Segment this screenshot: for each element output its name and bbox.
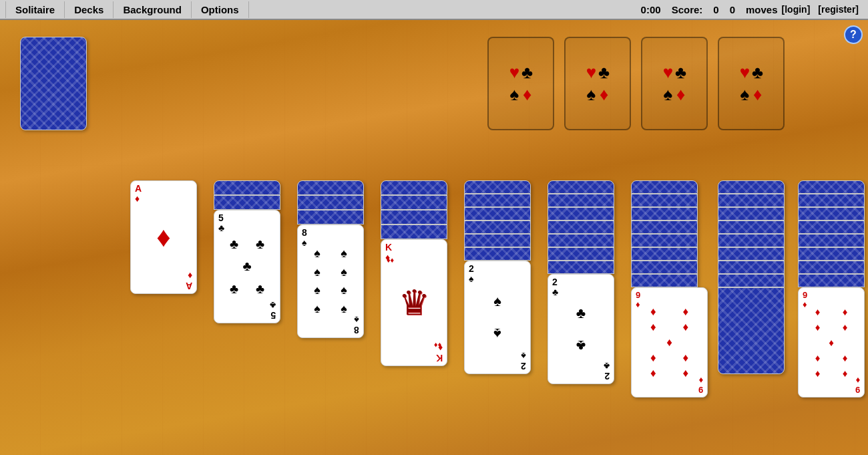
tableau-col8-back-3: [718, 207, 785, 220]
card-9-diamonds[interactable]: 9♦ 9♦ ♦ ♦ ♦ ♦ ♦ ♦ ♦ ♦ ♦: [631, 287, 708, 398]
club-pip-2: ♣: [256, 237, 264, 252]
card-rank-tl: 2♣: [552, 277, 558, 298]
tableau-col9-back-2: [798, 194, 865, 207]
tableau-col7-back-7: [631, 261, 698, 274]
card-rank-br: A♦: [186, 270, 192, 291]
tableau-col7-back-4: [631, 220, 698, 234]
king-figure: ♛: [399, 283, 430, 322]
tableau-col8-back-7: [718, 261, 785, 274]
foundation-slot-4[interactable]: ♥ ♣ ♠ ♦: [718, 37, 785, 130]
spade-pip-7: ♠: [314, 302, 320, 316]
spade-pip-5: ♠: [314, 283, 320, 297]
score-value: 0: [713, 4, 718, 15]
spade-pip-top: ♠: [493, 293, 501, 310]
menu-background[interactable]: Background: [114, 1, 192, 18]
tableau-col6-back-5: [548, 234, 614, 247]
tableau-col6-back-6: [548, 247, 614, 261]
game-board: Solitaire Decks Background Options 0:00 …: [0, 0, 868, 455]
tableau-col9-back-6: [798, 247, 865, 261]
diamond-pip-7: ♦: [682, 351, 688, 365]
foundation-slot-2[interactable]: ♥ ♣ ♠ ♦: [564, 37, 631, 130]
col9-diamond-pip-1: ♦: [815, 306, 821, 317]
club-pip-bottom: ♣: [576, 337, 586, 354]
foundation-slot-3[interactable]: ♥ ♣ ♠ ♦: [641, 37, 708, 130]
spade-icon-2: ♠: [586, 84, 597, 105]
tableau-col6-back-4: [548, 220, 614, 234]
club-pip-top: ♣: [576, 305, 586, 322]
menu-bar: Solitaire Decks Background Options 0:00 …: [0, 0, 868, 20]
foundation-suit-display-4: ♥ ♣ ♠ ♦: [739, 62, 763, 105]
tableau-col4-back-3: [381, 210, 447, 224]
diamond-icon-4: ♦: [752, 84, 763, 105]
tableau-col3-back-3: [297, 210, 364, 224]
heart-icon-3: ♥: [662, 62, 674, 83]
tableau-col9-back-7: [798, 261, 865, 274]
spade-pip-4: ♠: [341, 265, 347, 279]
tableau-col6-back-3: [548, 207, 614, 220]
heart-icon-4: ♥: [739, 62, 750, 83]
tableau-col6-back-7: [548, 261, 614, 274]
menu-solitaire[interactable]: Solitaire: [5, 1, 65, 18]
spade-icon: ♠: [509, 84, 520, 105]
tableau-col4-back-1[interactable]: [381, 180, 447, 195]
spade-icon-4: ♠: [739, 84, 750, 105]
tableau-col6-back-1[interactable]: [548, 180, 614, 194]
tableau-col3-back-1[interactable]: [297, 180, 364, 195]
card-rank-br: 2♣: [604, 360, 610, 381]
menu-decks[interactable]: Decks: [65, 1, 114, 18]
card-rank-tl: A♦: [135, 184, 142, 204]
col9-diamond-pip-8: ♦: [815, 367, 821, 379]
tableau-col7-back-8: [631, 274, 698, 287]
tableau-col5-back-5: [464, 234, 531, 247]
card-5-clubs[interactable]: 5♣ 5♣ ♣ ♣ ♣ ♣ ♣: [214, 210, 280, 323]
tableau-col2-back-1[interactable]: [214, 180, 280, 195]
col9-diamond-pip-6: ♦: [815, 352, 821, 363]
tableau-col5-back-2: [464, 194, 531, 207]
tableau-col7-back-1[interactable]: [631, 180, 698, 194]
menu-options[interactable]: Options: [192, 1, 249, 18]
tableau-col9-back-8: [798, 274, 865, 287]
col9-diamond-pip-2: ♦: [843, 306, 848, 317]
help-button[interactable]: ?: [844, 25, 863, 44]
stock-pile[interactable]: [20, 37, 87, 130]
tableau-col9-back-3: [798, 207, 865, 220]
tableau-col8-back-8: [718, 274, 785, 287]
card-9-col9[interactable]: 9♦ 9♦ ♦ ♦ ♦ ♦ ♦ ♦ ♦ ♦ ♦: [798, 287, 865, 398]
card-center-suit: ♦: [156, 221, 170, 253]
card-rank-tl: 2♠: [469, 264, 474, 285]
diamond-pip-4: ♦: [682, 321, 688, 334]
card-king-diamonds[interactable]: K♦ K♦ ♛ ♦♦ ♦♦: [381, 239, 447, 366]
diamond-pip-6: ♦: [650, 351, 656, 365]
col9-diamond-pip-7: ♦: [843, 352, 848, 363]
card-ace-diamonds[interactable]: A♦ A♦ ♦: [130, 180, 197, 294]
register-link[interactable]: [register]: [814, 4, 863, 15]
foundation-suit-display-1: ♥ ♣ ♠ ♦: [509, 62, 533, 105]
login-link[interactable]: [login]: [778, 4, 815, 15]
diamond-pip-5: ♦: [666, 336, 672, 349]
tableau-col8-back-2: [718, 194, 785, 207]
tableau-col8-back-1[interactable]: [718, 180, 785, 194]
spade-pip-8: ♠: [341, 302, 347, 316]
score-label: Score:: [672, 4, 703, 15]
foundation-suit-display-2: ♥ ♣ ♠ ♦: [586, 62, 610, 105]
tableau-col5-back-3: [464, 207, 531, 220]
diamond-icon-2: ♦: [598, 84, 610, 105]
tableau-col5-back-1[interactable]: [464, 180, 531, 194]
club-icon: ♣: [521, 62, 533, 83]
card-rank-br: 2♠: [521, 350, 526, 371]
timer: 0:00: [641, 4, 661, 15]
col9-diamond-pip-4: ♦: [843, 321, 848, 333]
spade-pip-1: ♠: [314, 247, 320, 261]
card-8-spades[interactable]: 8♠ 8♠ ♠ ♠ ♠ ♠ ♠ ♠ ♠ ♠: [297, 224, 364, 338]
club-pip-5: ♣: [256, 281, 264, 297]
game-stats: 0:00 Score: 0 0 moves: [641, 4, 778, 15]
spade-pip-6: ♠: [341, 283, 347, 297]
card-2-clubs[interactable]: 2♣ 2♣ ♣ ♣: [548, 274, 614, 384]
tableau-col6-back-2: [548, 194, 614, 207]
tableau-col9-back-5: [798, 234, 865, 247]
foundation-slot-1[interactable]: ♥ ♣ ♠ ♦: [487, 37, 554, 130]
tableau-col9-back-1[interactable]: [798, 180, 865, 194]
moves-label: moves: [746, 4, 778, 15]
card-2-spades[interactable]: 2♠ 2♠ ♠ ♠: [464, 261, 531, 374]
col9-diamond-pip-3: ♦: [815, 321, 821, 333]
